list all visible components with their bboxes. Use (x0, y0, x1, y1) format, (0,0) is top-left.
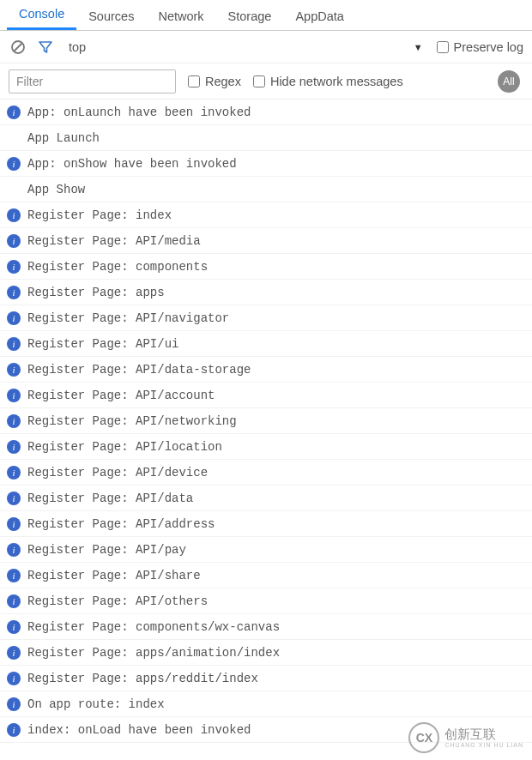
log-row[interactable]: iApp: onShow have been invoked (0, 151, 532, 177)
log-row[interactable]: iRegister Page: API/pay (0, 537, 532, 563)
log-message: Register Page: API/account (27, 389, 215, 402)
tab-storage[interactable]: Storage (216, 3, 284, 30)
tab-appdata[interactable]: AppData (283, 3, 355, 30)
info-icon: i (7, 337, 21, 351)
info-icon: i (7, 157, 21, 171)
svg-line-1 (15, 43, 22, 51)
log-row[interactable]: iRegister Page: API/location (0, 434, 532, 460)
log-message: Register Page: API/others (27, 594, 208, 608)
log-message: App: onLaunch have been invoked (27, 106, 251, 119)
log-row[interactable]: iApp Show (0, 177, 532, 202)
log-message: App Launch (27, 131, 100, 145)
log-row[interactable]: iRegister Page: API/data (0, 486, 532, 511)
log-message: On app route: index (27, 697, 165, 711)
info-icon: i (7, 620, 21, 634)
log-message: Register Page: apps (27, 286, 165, 299)
preserve-log-checkbox[interactable] (437, 41, 449, 53)
log-row[interactable]: iOn app route: index (0, 691, 532, 717)
watermark: CX 创新互联 CHUANG XIN HU LIAN (408, 722, 523, 753)
log-row[interactable]: iRegister Page: index (0, 202, 532, 228)
devtools-tabs: ConsoleSourcesNetworkStorageAppData (0, 0, 532, 31)
info-icon: i (7, 466, 21, 480)
log-message: index: onLoad have been invoked (27, 723, 251, 737)
log-row[interactable]: iRegister Page: API/device (0, 460, 532, 486)
log-message: Register Page: API/data-storage (27, 363, 251, 377)
log-message: Register Page: API/location (27, 440, 222, 454)
log-message: App Show (27, 183, 85, 196)
watermark-logo: CX (408, 722, 439, 753)
info-icon: i (7, 389, 21, 402)
clear-console-icon[interactable] (9, 38, 27, 57)
info-icon: i (7, 106, 21, 119)
context-selector[interactable]: top ▼ (63, 40, 428, 54)
context-label: top (69, 40, 86, 54)
info-icon: i (7, 234, 21, 248)
log-message: Register Page: API/media (27, 234, 201, 248)
info-icon: i (7, 517, 21, 531)
watermark-sub: CHUANG XIN HU LIAN (444, 742, 523, 748)
log-row[interactable]: iRegister Page: API/networking (0, 408, 532, 434)
filter-input[interactable] (9, 69, 176, 93)
info-icon: i (7, 646, 21, 660)
hide-network-checkbox[interactable] (253, 75, 265, 87)
log-row[interactable]: iRegister Page: API/navigator (0, 305, 532, 331)
log-row[interactable]: iRegister Page: API/address (0, 511, 532, 537)
log-message: Register Page: API/share (27, 569, 201, 582)
info-icon: i (7, 286, 21, 299)
filter-bar: Regex Hide network messages All (0, 63, 532, 100)
info-icon: i (7, 440, 21, 454)
info-icon: i (7, 672, 21, 685)
console-log-list: iApp: onLaunch have been invokediApp Lau… (0, 100, 532, 743)
log-row[interactable]: iRegister Page: API/media (0, 228, 532, 254)
log-message: Register Page: apps/reddit/index (27, 672, 258, 685)
filter-icon[interactable] (36, 38, 55, 57)
info-icon: i (7, 363, 21, 377)
console-toolbar: top ▼ Preserve log (0, 31, 532, 63)
hide-network-control[interactable]: Hide network messages (253, 75, 403, 88)
tab-sources[interactable]: Sources (76, 3, 146, 30)
hide-network-label: Hide network messages (270, 75, 403, 88)
tab-network[interactable]: Network (146, 3, 215, 30)
log-row[interactable]: iRegister Page: apps/reddit/index (0, 666, 532, 691)
log-row[interactable]: iApp: onLaunch have been invoked (0, 100, 532, 125)
regex-label: Regex (205, 75, 241, 88)
log-message: Register Page: apps/animation/index (27, 646, 280, 660)
log-row[interactable]: iRegister Page: API/ui (0, 331, 532, 357)
log-row[interactable]: iRegister Page: API/others (0, 588, 532, 614)
chevron-down-icon: ▼ (414, 42, 423, 52)
info-icon: i (7, 543, 21, 557)
tab-console[interactable]: Console (7, 0, 76, 30)
log-row[interactable]: iRegister Page: components/wx-canvas (0, 614, 532, 640)
info-icon: i (7, 492, 21, 505)
preserve-log-control[interactable]: Preserve log (437, 40, 523, 54)
log-message: Register Page: API/device (27, 466, 208, 480)
log-message: Register Page: API/pay (27, 543, 186, 557)
info-icon: i (7, 723, 21, 737)
info-icon: i (7, 594, 21, 608)
info-icon: i (7, 569, 21, 582)
log-message: App: onShow have been invoked (27, 157, 237, 171)
preserve-log-label: Preserve log (454, 40, 523, 54)
log-message: Register Page: index (27, 208, 172, 222)
info-icon: i (7, 414, 21, 428)
info-icon: i (7, 260, 21, 274)
log-row[interactable]: iRegister Page: components (0, 254, 532, 280)
log-message: Register Page: API/address (27, 517, 215, 531)
log-row[interactable]: iApp Launch (0, 125, 532, 151)
log-row[interactable]: iRegister Page: API/data-storage (0, 357, 532, 383)
info-icon: i (7, 697, 21, 711)
info-icon: i (7, 208, 21, 222)
log-message: Register Page: components/wx-canvas (27, 620, 280, 634)
log-row[interactable]: iRegister Page: apps/animation/index (0, 640, 532, 666)
log-row[interactable]: iRegister Page: API/account (0, 383, 532, 408)
log-message: Register Page: API/networking (27, 414, 237, 428)
log-message: Register Page: API/navigator (27, 311, 229, 325)
regex-control[interactable]: Regex (188, 75, 241, 88)
log-row[interactable]: iRegister Page: API/share (0, 563, 532, 588)
log-message: Register Page: API/data (27, 492, 193, 505)
log-row[interactable]: iRegister Page: apps (0, 280, 532, 305)
info-icon: i (7, 311, 21, 325)
watermark-brand: 创新互联 (444, 727, 523, 742)
level-filter-all[interactable]: All (498, 70, 520, 93)
regex-checkbox[interactable] (188, 75, 200, 87)
